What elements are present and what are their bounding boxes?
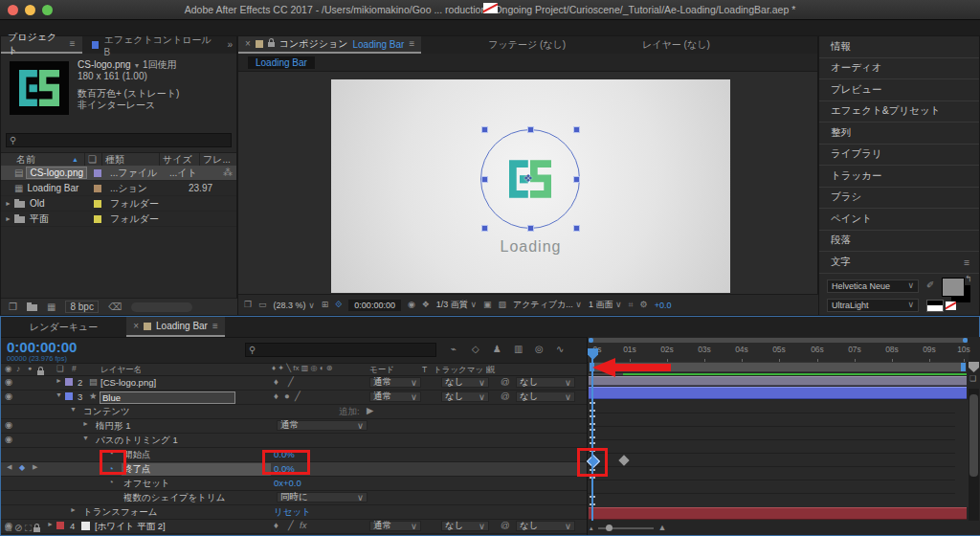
label-swatch[interactable] — [65, 378, 73, 386]
layer-row-white-solid[interactable]: ◉ ► 4 [ホワイト 平面 2] ♦ ╱ fx 通常∨ なし∨ @ なし∨ — [1, 520, 587, 534]
panel-menu-icon[interactable]: ≡ — [409, 39, 414, 49]
frame-blending-icon[interactable]: ▥ — [514, 345, 523, 354]
quality-icon[interactable]: ♦ — [274, 391, 278, 401]
text-color-swatches[interactable]: ↰ — [942, 278, 972, 304]
layer-row-blue[interactable]: ◉ ▼ 3 ★ Blue ♦ ● ╱ 通常∨ なし∨ @ なし∨ — [1, 391, 587, 405]
column-fps[interactable]: フレ... — [199, 153, 235, 166]
column-name[interactable]: 名前 — [1, 153, 35, 167]
selection-handle[interactable] — [481, 225, 488, 232]
close-tab-icon[interactable]: × — [133, 322, 139, 331]
expand-in-out-icons[interactable]: ⧉ ⊘ ⛶ — [5, 524, 32, 533]
tab-effect-controls[interactable]: エフェクトコントロール B — [82, 34, 228, 57]
panel-brushes[interactable]: ブラシ — [819, 188, 979, 210]
project-row-cs-logo[interactable]: ▤ CS-logo.png ...ファイル ...イト ⁂ — [1, 166, 236, 181]
eye-icon[interactable]: ◉ — [5, 377, 12, 387]
group-row-trim-paths[interactable]: ◉ ▼ パスのトリミング 1 — [1, 434, 587, 448]
comp-marker-button[interactable]: ❏ — [969, 375, 976, 383]
prev-keyframe-icon[interactable]: ◀ — [7, 463, 11, 470]
collapse-icon[interactable]: ▼ — [56, 391, 62, 398]
tab-timeline-loading-bar[interactable]: × Loading Bar ≡ — [126, 317, 225, 337]
bit-depth-button[interactable]: 8 bpc — [65, 301, 98, 313]
panel-effects-presets[interactable]: エフェクト&プリセット — [819, 101, 979, 123]
quality-slash-icon[interactable]: ╱ — [288, 521, 294, 530]
current-timecode[interactable]: 0:00:00:00 — [7, 339, 77, 355]
eye-icon[interactable]: ◉ — [5, 391, 12, 401]
exposure-value[interactable]: +0.0 — [655, 301, 672, 310]
label-swatch[interactable] — [94, 169, 101, 177]
comp-stage[interactable]: ❖ Loading — [331, 79, 730, 293]
layer-bar-white-solid[interactable] — [589, 507, 967, 520]
draft-3d-icon[interactable]: ◇ — [472, 345, 479, 354]
group-name[interactable]: コンテンツ — [83, 406, 130, 418]
panel-libraries[interactable]: ライブラリ — [819, 145, 979, 167]
resolution-select[interactable]: 1/3 画質 ∨ — [436, 299, 477, 311]
panel-align[interactable]: 整列 — [819, 123, 979, 145]
next-keyframe-icon[interactable]: ▶ — [33, 463, 37, 470]
group-row-contents[interactable]: ▼ コンテンツ 追加: ▶ — [1, 405, 587, 419]
label-swatch[interactable] — [56, 522, 64, 529]
reset-link[interactable]: リセット — [274, 506, 311, 519]
no-fill-swatch[interactable] — [946, 302, 956, 310]
panel-audio[interactable]: オーディオ — [819, 58, 979, 80]
panel-menu-icon[interactable]: ≡ — [964, 257, 969, 268]
tab-project[interactable]: プロジェクト ≡ — [1, 36, 82, 54]
trkmat-select[interactable]: なし∨ — [441, 391, 489, 402]
mode-select[interactable]: 通常∨ — [369, 391, 421, 402]
expand-icon[interactable]: ► — [56, 377, 62, 384]
group-name[interactable]: 楕円形 1 — [96, 420, 130, 433]
layer-bar-blue[interactable] — [589, 387, 967, 399]
selection-handle[interactable] — [573, 225, 580, 232]
trash-button[interactable]: ⌫ — [108, 302, 122, 312]
panel-preview[interactable]: プレビュー — [819, 79, 979, 101]
preview-dropdown-icon[interactable]: ▼ — [133, 62, 140, 69]
magnification-select[interactable]: (28.3 %) ∨ — [274, 301, 315, 310]
comp-breadcrumb[interactable]: Loading Bar — [248, 56, 315, 69]
tab-layer[interactable]: レイヤー (なし) — [633, 38, 720, 52]
sort-ascending-icon[interactable]: ▲ — [72, 156, 78, 163]
trkmat-select[interactable]: なし∨ — [441, 377, 489, 388]
label-swatch[interactable] — [94, 185, 101, 192]
grid-options-icon[interactable]: ⊞ — [322, 301, 329, 309]
mini-flowchart-icon[interactable]: ⌁ — [451, 345, 457, 354]
expand-icon[interactable]: ► — [47, 521, 54, 527]
panel-paragraph[interactable]: 段落 — [819, 231, 979, 253]
label-column-icon[interactable]: ❏ — [84, 153, 101, 166]
panel-paint[interactable]: ペイント — [819, 209, 979, 231]
interpret-footage-button[interactable]: ❐ — [9, 302, 17, 312]
timeline-zoom-control[interactable]: ▴ ▲ — [590, 522, 666, 534]
collapse-icon[interactable]: ▼ — [70, 406, 77, 413]
fx-badge[interactable]: fx — [300, 521, 306, 530]
region-of-interest-icon[interactable]: ⟐ — [335, 300, 342, 310]
zoom-out-mountain-icon[interactable]: ▴ — [590, 525, 593, 531]
vertical-scrollbar[interactable] — [969, 389, 979, 521]
font-style-select[interactable]: UltraLight∨ — [827, 299, 919, 312]
pixel-aspect-icon[interactable]: ⌗ — [629, 301, 634, 309]
property-row-trim-multiple[interactable]: 複数のシェイプをトリム 同時に∨ — [1, 491, 587, 505]
always-preview-icon[interactable]: ❐ — [244, 301, 252, 309]
parent-select[interactable]: なし∨ — [516, 391, 575, 402]
group-name[interactable]: トランスフォーム — [83, 506, 158, 519]
project-row-old[interactable]: ► Old フォルダー — [1, 196, 236, 212]
close-tab-icon[interactable]: × — [245, 39, 251, 49]
trkmat-column[interactable]: トラックマット — [434, 365, 492, 376]
zoom-in-mountain-icon[interactable]: ▲ — [658, 524, 667, 532]
label-swatch[interactable] — [94, 215, 101, 223]
panel-menu-icon[interactable]: ≡ — [212, 322, 218, 331]
panel-menu-icon[interactable]: ≡ — [70, 39, 76, 49]
label-swatch[interactable] — [94, 200, 101, 208]
add-keyframe-icon[interactable]: ◆ — [19, 463, 25, 472]
motion-blur-icon[interactable]: ◎ — [535, 345, 544, 354]
expand-icon[interactable]: ► — [5, 200, 11, 207]
pickwhip-icon[interactable]: @ — [501, 377, 510, 387]
eye-icon[interactable]: ◉ — [5, 420, 12, 430]
font-family-select[interactable]: Helvetica Neue∨ — [827, 279, 919, 293]
layer-bar-cs-logo[interactable] — [589, 376, 967, 386]
zoom-slider-track[interactable] — [598, 527, 654, 529]
expand-icon[interactable]: ► — [5, 215, 11, 222]
camera-select[interactable]: アクティブカ... ∨ — [513, 299, 582, 311]
parent-select[interactable]: なし∨ — [516, 521, 575, 531]
selection-handle[interactable] — [573, 126, 580, 133]
timeline-search-input[interactable] — [258, 343, 425, 357]
fast-previews-icon[interactable]: ⚙ — [640, 301, 648, 309]
collapse-transform-icon[interactable]: ● — [284, 391, 290, 401]
